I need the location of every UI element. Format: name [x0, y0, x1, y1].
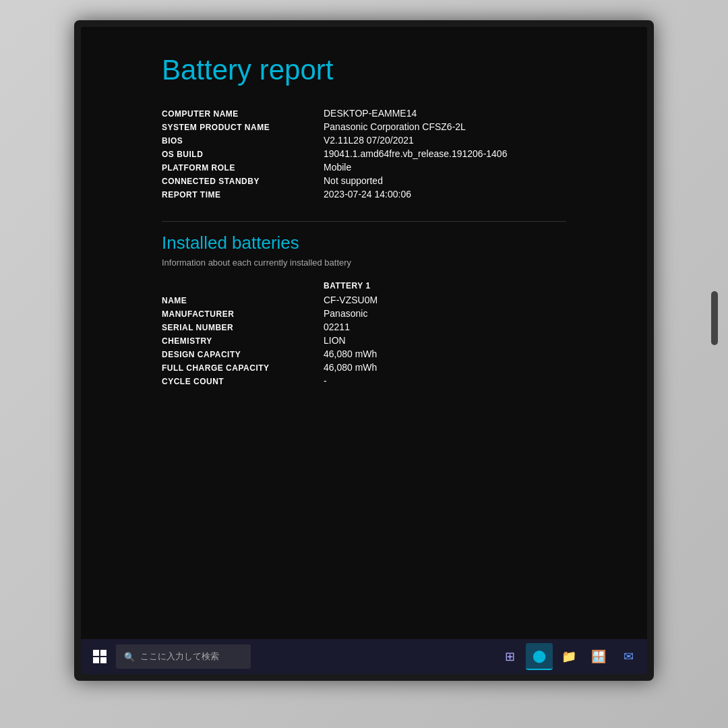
battery-info-label: DESIGN CAPACITY [162, 350, 324, 359]
battery-info-label: CHEMISTRY [162, 336, 324, 346]
battery-info-row: CHEMISTRY LION [162, 335, 566, 346]
taskbar-icon-microsoft-store[interactable]: 🪟 [585, 643, 612, 670]
divider [162, 221, 566, 222]
system-info-value: Panasonic Corporation CFSZ6-2L [324, 121, 466, 132]
battery-info-value: 46,080 mWh [324, 362, 377, 373]
system-info-label: PLATFORM ROLE [162, 163, 324, 173]
taskbar-search-box[interactable]: 🔍 ここに入力して検索 [116, 644, 251, 669]
battery-info-row: FULL CHARGE CAPACITY 46,080 mWh [162, 362, 566, 373]
battery-info-rows: NAME CF-VZSU0M MANUFACTURER Panasonic SE… [162, 295, 566, 386]
system-info-label: CONNECTED STANDBY [162, 177, 324, 186]
batteries-subtitle: Information about each currently install… [162, 257, 566, 268]
system-info-value: Mobile [324, 162, 351, 173]
battery-info-row: NAME CF-VZSU0M [162, 295, 566, 305]
start-button[interactable] [86, 643, 113, 670]
system-info-label: OS BUILD [162, 150, 324, 159]
page-title: Battery report [162, 54, 566, 86]
battery-info-row: DESIGN CAPACITY 46,080 mWh [162, 348, 566, 359]
taskbar-icon-mail[interactable]: ✉ [615, 643, 642, 670]
system-info-label: COMPUTER NAME [162, 109, 324, 119]
taskbar-icon-edge-browser[interactable]: ⬤ [526, 643, 553, 670]
system-info-row: SYSTEM PRODUCT NAME Panasonic Corporatio… [162, 121, 566, 132]
battery-info-label: CYCLE COUNT [162, 377, 324, 386]
system-info-row: BIOS V2.11L28 07/20/2021 [162, 135, 566, 146]
battery-section: Installed batteries Information about ea… [162, 233, 566, 386]
battery-info-value: LION [324, 335, 346, 346]
taskbar-icons: ⊞⬤📁🪟✉ [496, 643, 642, 670]
system-info-row: PLATFORM ROLE Mobile [162, 162, 566, 173]
system-info-row: CONNECTED STANDBY Not supported [162, 175, 566, 186]
system-info-label: SYSTEM PRODUCT NAME [162, 123, 324, 132]
screen: Battery report COMPUTER NAME DESKTOP-EAM… [81, 27, 647, 674]
content-area: Battery report COMPUTER NAME DESKTOP-EAM… [81, 27, 647, 639]
system-info-value: Not supported [324, 175, 383, 186]
system-info-value: 19041.1.amd64fre.vb_release.191206-1406 [324, 148, 507, 159]
system-info-section: COMPUTER NAME DESKTOP-EAMME14 SYSTEM PRO… [162, 108, 566, 200]
battery-info-value: 02211 [324, 322, 350, 332]
taskbar-icon-task-view[interactable]: ⊞ [496, 643, 523, 670]
search-placeholder-text: ここに入力して検索 [140, 650, 219, 663]
battery-info-row: CYCLE COUNT - [162, 375, 566, 386]
battery-info-label: MANUFACTURER [162, 309, 324, 319]
system-info-row: COMPUTER NAME DESKTOP-EAMME14 [162, 108, 566, 119]
battery-info-value: Panasonic [324, 308, 367, 319]
system-info-row: REPORT TIME 2023-07-24 14:00:06 [162, 189, 566, 200]
battery-info-row: MANUFACTURER Panasonic [162, 308, 566, 319]
battery-info-label: SERIAL NUMBER [162, 323, 324, 332]
battery-info-value: 46,080 mWh [324, 348, 377, 359]
laptop-frame: Battery report COMPUTER NAME DESKTOP-EAM… [0, 0, 728, 728]
system-info-label: BIOS [162, 136, 324, 146]
battery-info-label: NAME [162, 296, 324, 305]
taskbar-icon-file-explorer[interactable]: 📁 [555, 643, 582, 670]
battery-info-value: - [324, 375, 327, 386]
battery-info-value: CF-VZSU0M [324, 295, 377, 305]
windows-icon [93, 650, 107, 663]
screen-bezel: Battery report COMPUTER NAME DESKTOP-EAM… [74, 20, 654, 681]
search-icon: 🔍 [124, 652, 135, 662]
system-info-value: V2.11L28 07/20/2021 [324, 135, 414, 146]
system-info-value: 2023-07-24 14:00:06 [324, 189, 411, 200]
system-info-label: REPORT TIME [162, 190, 324, 200]
batteries-section-title: Installed batteries [162, 233, 566, 253]
scroll-handle[interactable] [711, 291, 718, 345]
battery-info-label: FULL CHARGE CAPACITY [162, 363, 324, 373]
battery-info-row: SERIAL NUMBER 02211 [162, 322, 566, 332]
system-info-row: OS BUILD 19041.1.amd64fre.vb_release.191… [162, 148, 566, 159]
taskbar: 🔍 ここに入力して検索 ⊞⬤📁🪟✉ [81, 639, 647, 674]
system-info-value: DESKTOP-EAMME14 [324, 108, 417, 119]
battery-header-label: BATTERY 1 [324, 281, 566, 291]
